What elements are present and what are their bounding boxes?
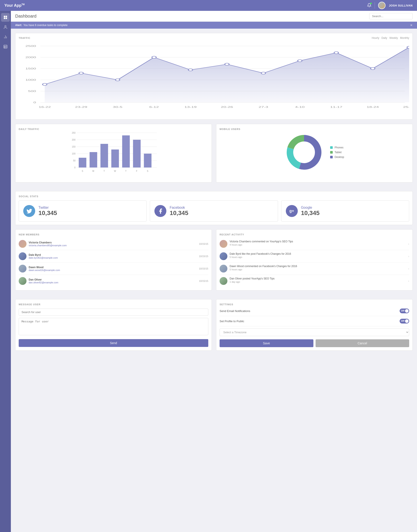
filter-hourly[interactable]: Hourly [372,36,379,40]
svg-text:F: F [136,170,137,172]
sidebar-item-users[interactable] [1,23,10,31]
svg-point-27 [115,79,120,81]
svg-text:T: T [103,170,105,172]
alert-close-button[interactable]: ✕ [410,23,413,27]
svg-text:20-26: 20-26 [221,106,233,109]
app-container: Dashboard Alert: You have 6 overdue task… [0,11,417,532]
member-info-1: Victoria Chambers victoria.chambers80@ex… [29,241,67,247]
facebook-icon [154,205,166,217]
svg-point-29 [188,69,193,71]
settings-card: SETTINGS Send Email Notifications Off Se… [216,299,413,351]
email-notifications-row: Send Email Notifications Off [219,306,409,316]
member-avatar-2 [19,252,27,260]
svg-point-34 [371,68,375,70]
member-info-3: Dawn Wood dawn.wood16@example.com [29,266,60,271]
svg-text:11-17: 11-17 [330,106,342,109]
cancel-button[interactable]: Cancel [316,339,409,347]
svg-text:200: 200 [72,139,76,141]
member-avatar-1 [19,240,27,248]
daily-traffic-chart: 250 200 150 100 50 0 [19,130,208,179]
svg-rect-64 [133,140,141,168]
activity-text-1: Victoria Chambers commented on YourApp's… [229,240,406,246]
activity-row: Victoria Chambers commented on YourApp's… [219,238,409,250]
svg-rect-3 [6,18,7,19]
member-info-4: Dan Oliver dan.oliver82@example.com [29,278,58,284]
middle-row: DAILY TRAFFIC 250 200 [15,124,413,187]
activity-row: Dawn Wood commented on Facebook's Change… [219,262,409,275]
filter-weekly[interactable]: Weekly [389,36,398,40]
donut-legend: Phones Tablet Desktop [330,146,344,159]
svg-text:0: 0 [74,166,76,169]
toggle-off-label-profile: Off [401,320,404,322]
svg-point-26 [79,72,83,74]
send-message-button[interactable]: Send [19,339,208,347]
traffic-card: TRAFFIC Hourly Daily Weekly Monthly [15,33,413,120]
twitter-card: Twitter 10,345 [19,201,146,221]
search-input[interactable] [369,13,413,19]
donut-chart [284,133,323,172]
phones-dot [330,146,333,149]
svg-marker-24 [45,47,409,102]
svg-text:30-5: 30-5 [113,106,123,109]
page-title: Dashboard [15,14,36,19]
svg-rect-62 [111,150,119,168]
daily-traffic-title: DAILY TRAFFIC [19,128,39,130]
activity-row: Dale Byrd like the post Facebook's Chang… [219,250,409,262]
svg-point-35 [407,46,409,48]
svg-text:1500: 1500 [25,67,36,70]
mobile-users-card: MOBILE USERS [216,124,413,182]
svg-text:M: M [92,170,94,172]
svg-text:1000: 1000 [25,79,36,81]
activity-arrow-2[interactable]: › [408,254,409,258]
svg-text:100: 100 [72,152,76,155]
activity-avatar-2 [219,252,227,260]
social-stats-card: SOCIAL STATS Twitter 10,345 [15,191,413,225]
member-row: Dan Oliver dan.oliver82@example.com 10/1… [19,275,208,287]
sidebar-item-dashboard[interactable] [1,13,10,22]
timezone-select[interactable]: Select a Timezone UTC Eastern Time Pacif… [219,329,409,336]
activity-arrow-4[interactable]: › [408,279,409,283]
svg-rect-60 [90,152,97,168]
alert-bar: Alert: You have 6 overdue tasks to compl… [11,22,417,29]
daily-traffic-card: DAILY TRAFFIC 250 200 [15,124,212,182]
save-button[interactable]: Save [219,339,313,347]
activity-arrow-1[interactable]: › [408,242,409,246]
toggle-track-email[interactable]: Off [400,309,409,313]
bell-icon[interactable] [367,3,371,8]
user-search-input[interactable] [19,309,208,316]
legend-item-tablet: Tablet [330,151,344,154]
settings-title: SETTINGS [219,303,233,306]
filter-monthly[interactable]: Monthly [400,36,409,40]
activity-avatar-3 [219,265,227,272]
svg-text:16-22: 16-22 [39,106,51,109]
member-avatar-4 [19,277,27,285]
alert-message: Alert: You have 6 overdue tasks to compl… [15,24,68,27]
sidebar-item-reports[interactable] [1,42,10,51]
svg-point-25 [42,83,47,85]
header-right: JOSH SULLIVAN [367,2,413,9]
email-notifications-toggle[interactable]: Off [400,309,409,313]
filter-daily[interactable]: Daily [381,36,387,40]
activity-avatar-4 [219,277,227,285]
desktop-dot [330,156,333,158]
svg-text:27-3: 27-3 [259,106,268,109]
facebook-info: Facebook 10,345 [170,206,188,217]
activity-row: Dan Oliver posted YourApp's SEO Tips 1 d… [219,275,409,287]
sidebar-item-analytics[interactable] [1,32,10,41]
notification-dot [370,3,372,4]
svg-rect-8 [4,45,7,48]
google-icon: g+ [286,205,298,217]
activity-text-3: Dawn Wood commented on Facebook's Change… [229,265,406,271]
svg-text:S: S [147,170,148,172]
message-textarea[interactable] [19,318,208,335]
profile-public-toggle[interactable]: Off [400,319,409,323]
recent-activity-card: RECENT ACTIVITY Victoria Chambers commen… [216,229,413,291]
avatar[interactable] [378,2,386,9]
members-activity-row: NEW MEMBERS Victoria Chambers victoria.c… [15,229,413,295]
activity-arrow-3[interactable]: › [408,267,409,270]
svg-rect-0 [4,16,5,17]
svg-text:13-19: 13-19 [184,106,197,109]
message-user-card: MESSAGE USER Send [15,299,212,351]
member-info-2: Dale Byrd dale.byrd52@example.com [29,253,58,259]
toggle-track-profile[interactable]: Off [400,319,409,323]
